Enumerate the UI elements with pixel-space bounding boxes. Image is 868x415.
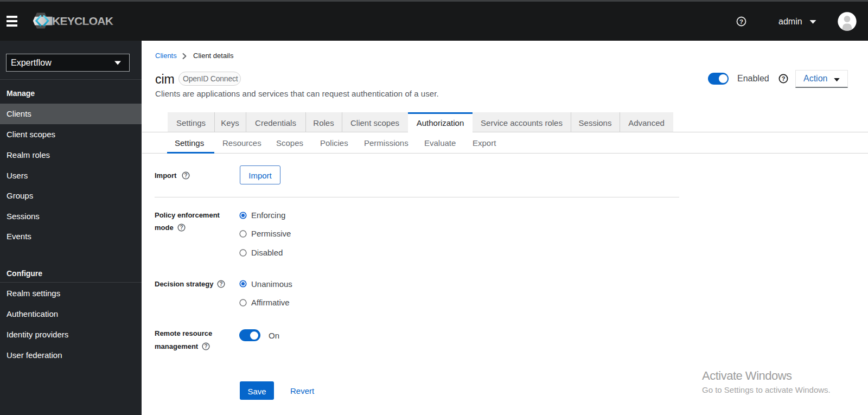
svg-text:?: ?	[739, 18, 743, 25]
svg-text:?: ?	[184, 173, 187, 178]
svg-text:KEYCLOAK: KEYCLOAK	[52, 15, 113, 27]
svg-text:?: ?	[219, 281, 222, 287]
svg-text:?: ?	[204, 343, 207, 349]
svg-text:?: ?	[180, 225, 183, 231]
svg-text:?: ?	[782, 75, 786, 82]
